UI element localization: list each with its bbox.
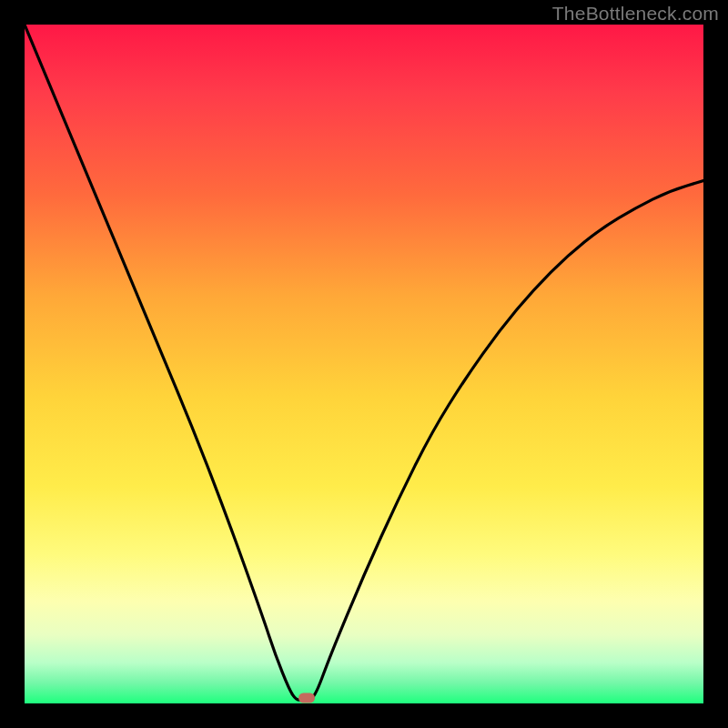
watermark-text: TheBottleneck.com [552, 3, 719, 25]
plot-area [25, 25, 703, 703]
chart-frame: TheBottleneck.com [0, 0, 728, 728]
bottleneck-curve [25, 25, 703, 703]
curve-min-marker [298, 693, 315, 703]
